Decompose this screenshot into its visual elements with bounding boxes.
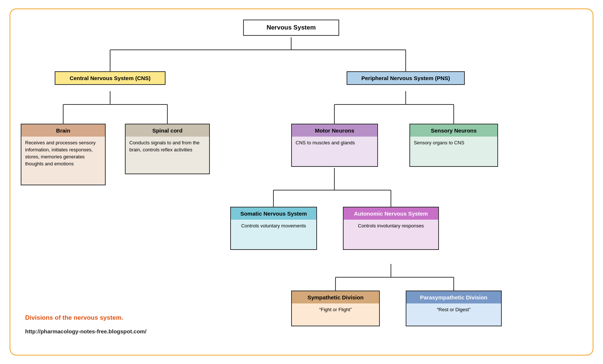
brain-body: Receives and processes sensory informati… <box>21 137 105 185</box>
root-label: Nervous System <box>244 20 338 35</box>
sensory-header: Sensory Neurons <box>410 124 497 137</box>
footer-url: http://pharmacology-notes-free.blogspot.… <box>25 328 146 334</box>
pns-header: Peripheral Nervous System (PNS) <box>347 72 464 84</box>
node-root: Nervous System <box>243 20 339 36</box>
motor-header: Motor Neurons <box>292 124 377 137</box>
parasympathetic-body: “Rest or Digest” <box>406 303 501 326</box>
sympathetic-header: Sympathetic Division <box>292 291 379 303</box>
somatic-body: Controls voluntary movements <box>231 220 316 249</box>
node-spinal: Spinal cord Conducts signals to and from… <box>125 124 210 174</box>
node-parasympathetic: Parasympathetic Division “Rest or Digest… <box>406 291 502 326</box>
spinal-header: Spinal cord <box>126 124 209 137</box>
spinal-body: Conducts signals to and from the brain, … <box>126 137 209 174</box>
somatic-header: Somatic Nervous System <box>231 207 316 220</box>
autonomic-body: Controls involuntary responses <box>344 220 438 249</box>
node-pns: Peripheral Nervous System (PNS) <box>347 71 465 85</box>
motor-body: CNS to muscles and glands <box>292 137 377 166</box>
parasympathetic-header: Parasympathetic Division <box>406 291 501 303</box>
node-brain: Brain Receives and processes sensory inf… <box>21 124 106 185</box>
node-motor: Motor Neurons CNS to muscles and glands <box>291 124 378 167</box>
node-sensory: Sensory Neurons Sensory organs to CNS <box>409 124 498 167</box>
sympathetic-body: “Fight or Flight” <box>292 303 379 326</box>
footer-tagline: Divisions of the nervous system. <box>25 314 123 322</box>
sensory-body: Sensory organs to CNS <box>410 137 497 166</box>
node-cns: Central Nervous System (CNS) <box>55 71 166 85</box>
autonomic-header: Autonomic Nervous System <box>344 207 438 220</box>
brain-header: Brain <box>21 124 105 137</box>
diagram-container: Nervous System Central Nervous System (C… <box>10 8 593 356</box>
node-somatic: Somatic Nervous System Controls voluntar… <box>230 207 317 250</box>
node-sympathetic: Sympathetic Division “Fight or Flight” <box>291 291 380 326</box>
node-autonomic: Autonomic Nervous System Controls involu… <box>343 207 439 250</box>
cns-header: Central Nervous System (CNS) <box>55 72 165 84</box>
